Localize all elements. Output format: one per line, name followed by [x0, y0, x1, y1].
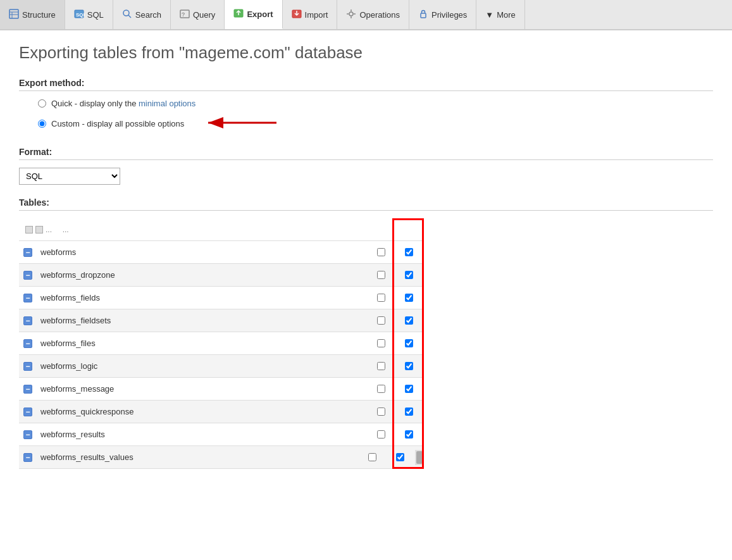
table-col2-checkbox-cell [394, 339, 424, 347]
table-col2-checkbox[interactable] [405, 248, 413, 256]
tab-query[interactable]: ? Query [171, 0, 225, 29]
table-col1-checkbox-cell [368, 248, 394, 256]
tab-more-label: More [497, 10, 516, 20]
table-col1-checkbox[interactable] [377, 385, 385, 393]
export-icon [233, 8, 244, 20]
table-name: webforms [37, 247, 368, 257]
table-row: −webforms_results [19, 423, 424, 446]
table-col2-checkbox[interactable] [405, 316, 413, 325]
tab-import[interactable]: Import [283, 0, 338, 29]
minus-button[interactable]: − [19, 241, 37, 264]
minus-icon: − [23, 385, 32, 394]
table-col1-checkbox[interactable] [377, 339, 385, 347]
minus-button[interactable]: − [19, 355, 37, 378]
tables-section: Tables: ... ... −webforms−webforms_dropz… [19, 197, 713, 469]
table-col1-checkbox-cell [368, 271, 394, 279]
table-col1-checkbox[interactable] [377, 271, 385, 279]
export-method-custom: Custom - display all possible options [38, 113, 713, 134]
table-name: webforms_results_values [37, 452, 359, 462]
table-row: −webforms_files [19, 332, 424, 355]
export-method-custom-radio[interactable] [38, 120, 46, 128]
tab-sql-label: SQL [87, 10, 104, 20]
table-row: −webforms_logic [19, 355, 424, 378]
table-col2-checkbox[interactable] [405, 271, 413, 279]
table-col2-checkbox[interactable] [405, 385, 413, 393]
export-method-quick-label[interactable]: Quick - display only the minimal options [51, 99, 195, 108]
table-name: webforms_dropzone [37, 270, 368, 280]
export-method-section: Export method: Quick - display only the … [19, 78, 713, 134]
table-col2-checkbox-cell [394, 362, 424, 370]
minus-icon: − [23, 453, 32, 462]
tab-search-label: Search [135, 10, 161, 20]
table-name: webforms_results [37, 430, 368, 439]
main-content: Exporting tables from "mageme.com" datab… [0, 30, 732, 482]
svg-text:?: ? [182, 11, 185, 18]
tab-export-label: Export [247, 9, 273, 19]
export-method-options: Quick - display only the minimal options… [19, 99, 713, 134]
svg-rect-0 [9, 9, 18, 18]
export-method-quick-radio[interactable] [38, 99, 46, 108]
table-col1-checkbox-cell [368, 362, 394, 370]
sql-icon: SQL [74, 9, 84, 21]
tab-structure[interactable]: Structure [0, 0, 65, 29]
minus-icon: − [23, 248, 32, 257]
svg-point-14 [349, 12, 353, 16]
minus-button[interactable]: − [19, 401, 37, 423]
table-col2-checkbox[interactable] [405, 339, 413, 347]
table-col2-checkbox[interactable] [405, 294, 413, 302]
table-col1-checkbox[interactable] [377, 362, 385, 370]
table-row: −webforms_dropzone [19, 264, 424, 287]
tab-more[interactable]: ▼ More [476, 0, 525, 29]
table-col2-checkbox-cell [394, 430, 424, 439]
tables-label: Tables: [19, 197, 713, 211]
minus-icon: − [23, 316, 32, 325]
tab-search[interactable]: Search [113, 0, 171, 29]
arrow-annotation [195, 113, 278, 134]
table-name: webforms_quickresponse [37, 407, 368, 416]
table-col1-checkbox[interactable] [377, 248, 385, 256]
format-dropdown[interactable]: SQL CSV Excel JSON XML [19, 168, 120, 185]
truncated-text: ... ... [46, 225, 69, 234]
minus-button[interactable]: − [19, 446, 37, 469]
minus-icon: − [23, 271, 32, 280]
table-col2-checkbox-cell [394, 316, 424, 325]
table-col2-checkbox-cell [394, 271, 424, 279]
table-col2-checkbox-cell [385, 453, 415, 461]
tab-operations-label: Operations [359, 10, 400, 20]
table-col1-checkbox[interactable] [377, 316, 385, 325]
tables-list-container: ... ... −webforms−webforms_dropzone−webf… [19, 218, 424, 469]
minus-button[interactable]: − [19, 332, 37, 355]
tab-operations[interactable]: Operations [337, 0, 409, 29]
scrollbar[interactable] [415, 450, 424, 465]
export-method-custom-label[interactable]: Custom - display all possible options [51, 119, 184, 128]
minus-button[interactable]: − [19, 287, 37, 309]
tab-privileges[interactable]: Privileges [409, 0, 476, 29]
table-col1-checkbox[interactable] [377, 430, 385, 439]
minus-button[interactable]: − [19, 264, 37, 287]
table-col2-checkbox[interactable] [405, 408, 413, 416]
minus-button[interactable]: − [19, 378, 37, 401]
minus-button[interactable]: − [19, 309, 37, 332]
table-row: −webforms_quickresponse [19, 401, 424, 423]
table-col2-checkbox[interactable] [405, 362, 413, 370]
table-row: −webforms_fields [19, 287, 424, 309]
table-col1-checkbox[interactable] [368, 453, 376, 461]
table-row: −webforms_fieldsets [19, 309, 424, 332]
svg-line-7 [128, 15, 131, 18]
tab-structure-label: Structure [22, 10, 56, 20]
search-icon [122, 9, 132, 21]
table-col2-checkbox-cell [394, 294, 424, 302]
table-col1-checkbox-cell [368, 294, 394, 302]
quick-highlight: minimal options [139, 99, 195, 108]
table-col1-checkbox[interactable] [377, 408, 385, 416]
tab-export[interactable]: Export [225, 0, 282, 29]
table-col2-checkbox-cell [394, 385, 424, 393]
privileges-icon [418, 9, 428, 21]
tab-sql[interactable]: SQL SQL [65, 0, 113, 29]
table-col2-checkbox[interactable] [396, 453, 404, 461]
minus-button[interactable]: − [19, 423, 37, 446]
nav-tabs: Structure SQL SQL Search ? Query Export … [0, 0, 732, 30]
table-col1-checkbox[interactable] [377, 294, 385, 302]
table-col1-checkbox-cell [368, 408, 394, 416]
table-col2-checkbox[interactable] [405, 430, 413, 439]
